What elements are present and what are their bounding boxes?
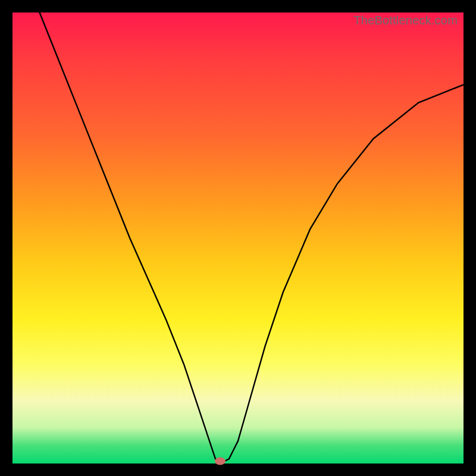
chart-frame: TheBottleneck.com: [0, 0, 476, 476]
minimum-marker: [215, 458, 226, 465]
curve-svg: [12, 12, 464, 464]
plot-area: TheBottleneck.com: [12, 12, 464, 464]
bottleneck-curve: [40, 12, 464, 461]
